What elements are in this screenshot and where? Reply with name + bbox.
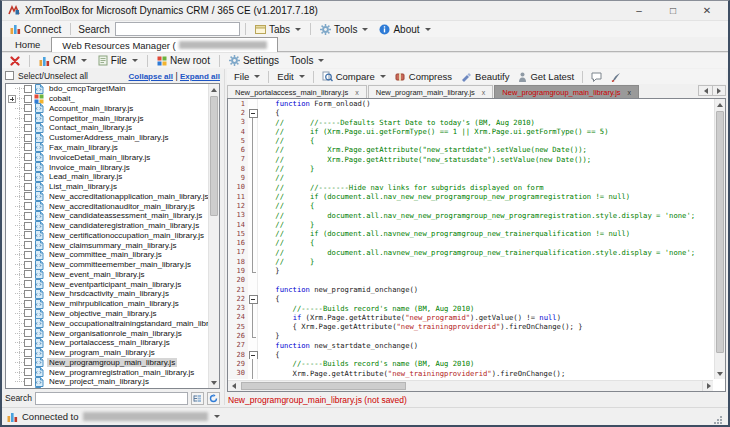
compare-button[interactable]: Compare [319,71,389,82]
editor-hscroll-thumb[interactable] [241,382,406,390]
tree-item[interactable]: New_candidateregistration_main_library.j… [6,221,219,231]
scroll-up-button[interactable] [209,84,219,95]
scroll-right-button[interactable] [702,381,713,391]
tree-item[interactable]: New_programregistration_main_library.js [6,367,219,377]
tree-item-checkbox[interactable] [24,319,32,327]
tab-close-icon[interactable]: x [628,89,632,96]
tree-item[interactable]: New_objective_main_library.js [6,309,219,319]
crm-menu-button[interactable]: CRM [35,54,91,67]
tree-item-checkbox[interactable] [24,212,32,220]
settings-button[interactable]: Settings [225,54,283,67]
tree-item-checkbox[interactable] [24,153,32,161]
editor-horizontal-scrollbar[interactable] [228,380,713,391]
tab-close-icon[interactable]: x [355,89,359,96]
beautify-button[interactable]: Beautify [458,71,512,82]
tree-item[interactable]: New_accreditationauditor_main_library.js [6,201,219,211]
get-latest-button[interactable]: Get Latest [515,71,577,82]
plugin-search-input[interactable] [115,22,240,36]
tree-item[interactable]: New_organisationrole_main_library.js [6,328,219,338]
about-menu-button[interactable]: About [375,23,434,36]
tree-item[interactable]: CustomerAddress_main_library.js [6,133,219,143]
tree-item-checkbox[interactable] [24,192,32,200]
tree-item-checkbox[interactable] [24,251,32,259]
tools-menu-button[interactable]: Tools [316,23,372,36]
tree-item-checkbox[interactable] [24,134,32,142]
fold-collapse-icon[interactable] [248,350,258,359]
tree-item[interactable]: cobalt_ [6,94,219,104]
new-root-button[interactable]: New root [153,54,214,67]
tab-close-icon[interactable]: x [482,89,486,96]
tree-item-checkbox[interactable] [24,358,32,366]
tree-item-checkbox[interactable] [24,290,32,298]
scroll-left-button[interactable] [228,381,239,391]
tree-item-checkbox[interactable] [24,231,32,239]
editor-edit-menu-button[interactable]: Edit [274,71,307,82]
report-pen-button[interactable] [608,72,625,82]
tree-item-checkbox[interactable] [24,163,32,171]
tree-item-checkbox[interactable] [24,378,32,386]
comment-button[interactable] [588,72,605,82]
tree-item[interactable]: New_hrsdcactivity_main_library.js [6,289,219,299]
tree-item[interactable]: Account_main_library.js [6,104,219,114]
tree-item[interactable]: New_committee_main_library.js [6,250,219,260]
tree-item[interactable]: InvoiceDetail_main_library.js [6,152,219,162]
editor-vertical-scrollbar[interactable] [714,99,725,379]
tree-item[interactable]: New_programgroup_main_library.js [6,357,219,367]
tree-item[interactable]: New_projectcontracts_main_library.js [6,387,219,389]
tree-item-checkbox[interactable] [24,104,32,112]
close-plugin-button[interactable] [6,55,24,67]
tree-item-checkbox[interactable] [24,270,32,278]
expand-plus-icon[interactable] [8,95,16,103]
tree-item-checkbox[interactable] [24,241,32,249]
tree-item[interactable]: Contact_main_library.js [6,123,219,133]
tree-item[interactable]: New_program_main_library.js [6,348,219,358]
scroll-up-button[interactable] [715,99,725,110]
tree-scrollbar[interactable] [208,84,219,388]
tree-item-checkbox[interactable] [24,114,32,122]
compress-button[interactable]: Compress [392,71,455,82]
tree-item[interactable]: New_committeemember_main_library.js [6,260,219,270]
select-all-checkbox[interactable] [5,71,14,80]
tree-item-checkbox[interactable] [24,143,32,151]
tab-scroll-left-button[interactable] [699,86,712,95]
tree-scrollbar-thumb[interactable] [210,96,218,216]
tree-item-checkbox[interactable] [24,329,32,337]
tree-item[interactable]: Competitor_main_library.js [6,113,219,123]
plugin-tools-menu-button[interactable]: Tools [286,54,328,67]
tree-item-checkbox[interactable] [24,222,32,230]
tree-item-checkbox[interactable] [24,85,32,93]
tree-item[interactable]: Lead_main_library.js [6,172,219,182]
tab-home[interactable]: Home [4,36,51,51]
tree-item[interactable]: List_main_library.js [6,182,219,192]
tree-item-checkbox[interactable] [24,339,32,347]
scroll-down-button[interactable] [209,377,219,388]
tree-item-checkbox[interactable] [24,183,32,191]
expand-tree-button[interactable] [191,392,204,405]
tree-item-checkbox[interactable] [24,124,32,132]
file-menu-button[interactable]: File [94,54,142,67]
tree-item[interactable]: New_candidateassessment_main_library.js [6,211,219,221]
resize-grip[interactable] [714,416,723,425]
tree-item-checkbox[interactable] [24,368,32,376]
maximize-button[interactable]: □ [664,4,682,18]
tree-item[interactable]: New_project_main_library.js [6,377,219,387]
tab-web-resources-manager[interactable]: Web Resources Manager ( [51,37,277,52]
tree-item[interactable]: New_event_main_library.js [6,270,219,280]
tree-item-checkbox[interactable] [24,95,32,103]
connect-button[interactable]: Connect [6,23,65,36]
tree-item[interactable]: Fax_main_library.js [6,143,219,153]
editor-vscroll-thumb[interactable] [716,111,724,353]
tree-item-checkbox[interactable] [24,280,32,288]
tree-item-checkbox[interactable] [24,173,32,181]
tree-item-checkbox[interactable] [24,261,32,269]
tree-item[interactable]: New_portalaccess_main_library.js [6,338,219,348]
code-editor[interactable]: 1 function Form_onload()2 {3 // //-----D… [227,98,726,392]
editor-tab[interactable]: New_portalaccess_main_library.jsx [227,85,367,98]
scroll-down-button[interactable] [715,368,725,379]
fold-collapse-icon[interactable] [248,108,258,117]
fold-collapse-icon[interactable] [248,294,258,303]
tab-scroll-right-button[interactable] [712,86,725,95]
tree-search-input[interactable] [35,392,188,405]
tree-item[interactable]: New_claimsummary_main_library.js [6,240,219,250]
tree-item[interactable]: New_accreditationapplication_main_librar… [6,191,219,201]
